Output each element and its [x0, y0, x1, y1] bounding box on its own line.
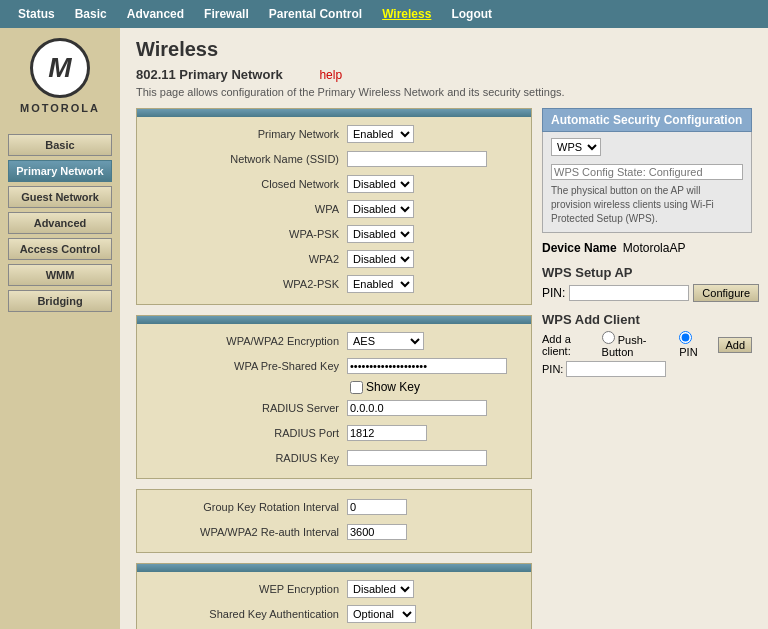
section-content-intervals: Group Key Rotation Interval WPA/WPA2 Re-… [137, 490, 531, 552]
push-button-radio[interactable] [602, 331, 615, 344]
wep-section: WEP Encryption Disabled Enabled Shared K… [136, 563, 532, 629]
wpa-select[interactable]: Disabled Enabled [347, 200, 414, 218]
wpa-psk-row: WPA-PSK Disabled Enabled [147, 223, 521, 245]
radius-key-row: RADIUS Key [147, 447, 521, 469]
wpa-row: WPA Disabled Enabled [147, 198, 521, 220]
show-key-row: Show Key [350, 380, 521, 394]
group-key-input[interactable] [347, 499, 407, 515]
nav-basic[interactable]: Basic [65, 3, 117, 25]
sidebar-item-guest-network[interactable]: Guest Network [8, 186, 112, 208]
left-content: Primary Network Enabled Disabled Network… [136, 108, 532, 629]
show-key-checkbox[interactable] [350, 381, 363, 394]
closed-network-label: Closed Network [147, 178, 347, 190]
nav-logout[interactable]: Logout [441, 3, 502, 25]
wps-select[interactable]: WPS [551, 138, 601, 156]
motorola-logo: M [30, 38, 90, 98]
wpa-psk-key-input[interactable] [347, 358, 507, 374]
wep-enc-row: WEP Encryption Disabled Enabled [147, 578, 521, 600]
wpa-psk-key-label: WPA Pre-Shared Key [147, 360, 347, 372]
subtitle: This page allows configuration of the Pr… [136, 86, 752, 98]
nav-status[interactable]: Status [8, 3, 65, 25]
wpa-wpa2-enc-label: WPA/WPA2 Encryption [147, 335, 347, 347]
wps-pin-row: PIN: Configure [542, 284, 752, 302]
pin-radio-text: PIN [679, 346, 697, 358]
wps-config-state-input[interactable] [551, 164, 743, 180]
content-wrapper: Primary Network Enabled Disabled Network… [136, 108, 752, 629]
add-client-row: Add a client: Push-Button PIN Add [542, 331, 752, 358]
wpa-psk-key-row: WPA Pre-Shared Key [147, 355, 521, 377]
radius-port-input[interactable] [347, 425, 427, 441]
radius-port-row: RADIUS Port [147, 422, 521, 444]
wep-enc-select[interactable]: Disabled Enabled [347, 580, 414, 598]
wps-add-pin-label: PIN: [542, 363, 563, 375]
shared-key-auth-label: Shared Key Authentication [147, 608, 347, 620]
network-name-input[interactable] [347, 151, 487, 167]
radius-port-label: RADIUS Port [147, 427, 347, 439]
add-button[interactable]: Add [718, 337, 752, 353]
page-title: Wireless [136, 38, 752, 61]
shared-key-auth-row: Shared Key Authentication Optional Requi… [147, 603, 521, 625]
sidebar-item-primary-network[interactable]: Primary Network [8, 160, 112, 182]
group-key-label: Group Key Rotation Interval [147, 501, 347, 513]
wpa2-select[interactable]: Disabled Enabled [347, 250, 414, 268]
section-content-encryption: WPA/WPA2 Encryption AES TKIP TKIP+AES WP… [137, 324, 531, 478]
auto-security-content: WPS The physical button on the AP will p… [542, 132, 752, 233]
section-title: 802.11 Primary Network [136, 67, 283, 82]
main-layout: M MOTOROLA Basic Primary Network Guest N… [0, 28, 768, 629]
wps-pin-label: PIN: [542, 286, 565, 300]
wpa-psk-label: WPA-PSK [147, 228, 347, 240]
primary-network-row: Primary Network Enabled Disabled [147, 123, 521, 145]
wps-add-pin-row: PIN: [542, 361, 752, 377]
reauth-label: WPA/WPA2 Re-auth Interval [147, 526, 347, 538]
primary-network-select[interactable]: Enabled Disabled [347, 125, 414, 143]
nav-wireless[interactable]: Wireless [372, 3, 441, 25]
closed-network-select[interactable]: Disabled Enabled [347, 175, 414, 193]
wpa-wpa2-enc-row: WPA/WPA2 Encryption AES TKIP TKIP+AES [147, 330, 521, 352]
wpa-wpa2-enc-select[interactable]: AES TKIP TKIP+AES [347, 332, 424, 350]
wpa2-psk-select[interactable]: Enabled Disabled [347, 275, 414, 293]
pin-radio[interactable] [679, 331, 692, 344]
wep-enc-label: WEP Encryption [147, 583, 347, 595]
nav-parental-control[interactable]: Parental Control [259, 3, 372, 25]
motorola-m-icon: M [48, 52, 71, 84]
group-key-row: Group Key Rotation Interval [147, 496, 521, 518]
content-area: Wireless 802.11 Primary Network help Thi… [120, 28, 768, 629]
reauth-row: WPA/WPA2 Re-auth Interval [147, 521, 521, 543]
wpa2-label: WPA2 [147, 253, 347, 265]
wpa-label: WPA [147, 203, 347, 215]
wps-add-header: WPS Add Client [542, 312, 752, 327]
sidebar: M MOTOROLA Basic Primary Network Guest N… [0, 28, 120, 629]
auto-security-header: Automatic Security Configuration [542, 108, 752, 132]
radius-key-input[interactable] [347, 450, 487, 466]
radius-server-input[interactable] [347, 400, 487, 416]
sidebar-item-access-control[interactable]: Access Control [8, 238, 112, 260]
radius-server-label: RADIUS Server [147, 402, 347, 414]
nav-firewall[interactable]: Firewall [194, 3, 259, 25]
configure-button[interactable]: Configure [693, 284, 759, 302]
shared-key-auth-select[interactable]: Optional Required [347, 605, 416, 623]
wps-add-pin-input[interactable] [566, 361, 666, 377]
logo: M MOTOROLA [8, 38, 112, 114]
wps-description: The physical button on the AP will provi… [551, 184, 743, 226]
sidebar-item-wmm[interactable]: WMM [8, 264, 112, 286]
show-key-label: Show Key [366, 380, 420, 394]
wpa2-row: WPA2 Disabled Enabled [147, 248, 521, 270]
intervals-section: Group Key Rotation Interval WPA/WPA2 Re-… [136, 489, 532, 553]
add-client-label: Add a client: [542, 333, 599, 357]
sidebar-item-bridging[interactable]: Bridging [8, 290, 112, 312]
device-name-row: Device Name MotorolaAP [542, 241, 752, 255]
primary-network-section: Primary Network Enabled Disabled Network… [136, 108, 532, 305]
reauth-input[interactable] [347, 524, 407, 540]
primary-network-label: Primary Network [147, 128, 347, 140]
sidebar-item-advanced[interactable]: Advanced [8, 212, 112, 234]
radius-server-row: RADIUS Server [147, 397, 521, 419]
section-header-encryption [137, 316, 531, 324]
device-name-label: Device Name [542, 241, 617, 255]
wps-setup-header: WPS Setup AP [542, 265, 752, 280]
nav-advanced[interactable]: Advanced [117, 3, 194, 25]
wpa-psk-select[interactable]: Disabled Enabled [347, 225, 414, 243]
section-header-wep [137, 564, 531, 572]
wps-pin-input[interactable] [569, 285, 689, 301]
sidebar-item-basic[interactable]: Basic [8, 134, 112, 156]
help-link[interactable]: help [319, 68, 342, 82]
